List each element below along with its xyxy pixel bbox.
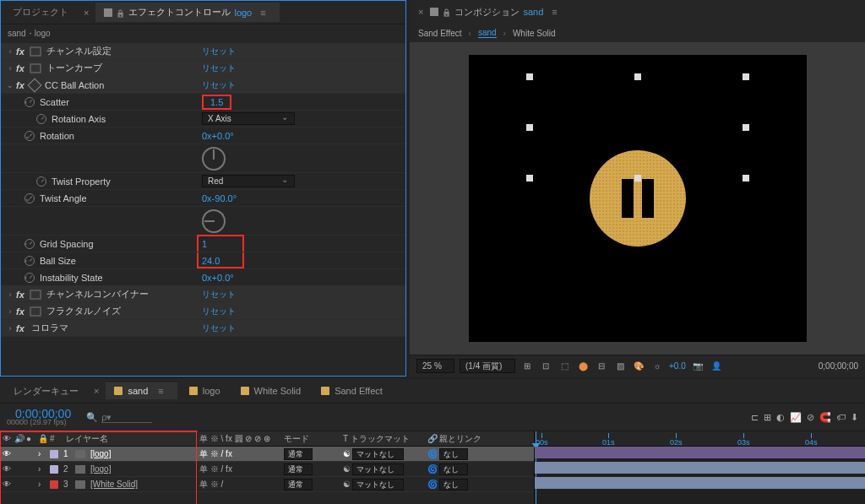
stopwatch-icon[interactable] xyxy=(24,193,35,203)
project-tab[interactable]: プロジェクト xyxy=(4,3,77,22)
twirl-icon[interactable]: › xyxy=(6,240,24,248)
guides-icon[interactable]: ⊡ xyxy=(539,360,552,373)
preset-icon[interactable] xyxy=(30,290,41,300)
layer-row-mid[interactable]: 单 ※ / fx 通常 ☯マットなし 🌀 なし xyxy=(197,447,534,462)
layer-name[interactable]: [logo] xyxy=(90,464,111,474)
preset-icon[interactable] xyxy=(30,46,41,57)
ball-size-value[interactable]: 24.0 xyxy=(202,256,220,266)
twirl-icon[interactable]: › xyxy=(35,464,47,474)
lock-icon[interactable] xyxy=(442,7,451,17)
transform-handle[interactable] xyxy=(743,175,749,182)
zoom-select[interactable]: 25 % xyxy=(416,359,454,373)
layer-row-mid[interactable]: 单 ※ / 通常 ☯マットなし 🌀 なし xyxy=(197,477,534,492)
layer-bar[interactable] xyxy=(535,462,865,474)
transform-handle[interactable] xyxy=(634,73,641,80)
breadcrumb-item[interactable]: Sand Effect xyxy=(418,29,462,38)
frame-blend-icon[interactable]: ⊞ xyxy=(764,412,771,423)
tab-close-icon[interactable]: × xyxy=(90,386,102,396)
layer-row[interactable]: 👁 › 1 [logo] xyxy=(0,447,196,462)
motion-blur-icon[interactable]: ◐ xyxy=(776,412,785,423)
stopwatch-icon[interactable] xyxy=(24,256,35,266)
stopwatch-icon[interactable] xyxy=(24,131,35,141)
blend-mode-select[interactable]: 通常 xyxy=(284,448,313,460)
effect-header-colorama[interactable]: ›fx コロラマ リセット xyxy=(1,320,405,337)
visibility-toggle[interactable]: 👁 xyxy=(0,480,12,489)
blend-mode-select[interactable]: 通常 xyxy=(284,479,313,490)
timeline-tracks[interactable]: 00s 01s 02s 03s 04s xyxy=(535,431,865,504)
mask-icon[interactable]: ⬚ xyxy=(558,360,571,373)
twirl-icon[interactable]: › xyxy=(6,324,14,333)
fx-icon[interactable]: fx xyxy=(14,290,26,300)
layer-switches[interactable]: 单 ※ / fx xyxy=(197,448,281,460)
stopwatch-icon[interactable] xyxy=(24,97,35,107)
reset-link[interactable]: リセット xyxy=(202,46,236,57)
rotation-axis-select[interactable]: X Axis xyxy=(202,112,295,125)
visibility-toggle[interactable]: 👁 xyxy=(0,464,12,474)
track-matte-select[interactable]: マットなし xyxy=(352,463,404,475)
fx-icon[interactable]: fx xyxy=(14,46,26,57)
roi-icon[interactable]: ⊟ xyxy=(595,360,608,373)
matte-icon[interactable]: ☯ xyxy=(343,449,351,458)
marker-icon[interactable]: ⬇ xyxy=(851,412,858,423)
layer-bar[interactable] xyxy=(535,447,865,458)
effect-controls-tab[interactable]: エフェクトコントロール logo ≡ xyxy=(95,3,279,22)
reset-link[interactable]: リセット xyxy=(202,62,236,74)
scatter-value[interactable]: 1.5 xyxy=(202,95,231,110)
visibility-toggle[interactable]: 👁 xyxy=(0,449,12,458)
show-snapshot-icon[interactable]: 👤 xyxy=(710,360,723,373)
reset-link[interactable]: リセット xyxy=(202,79,236,91)
layer-search[interactable]: 🔍 xyxy=(86,412,179,423)
fx-icon[interactable]: fx xyxy=(14,80,26,90)
instability-value[interactable]: 0x+0.0° xyxy=(202,273,234,283)
stopwatch-icon[interactable] xyxy=(36,114,46,124)
channel-icon[interactable]: ⬤ xyxy=(576,360,590,373)
timeline-tab-sand[interactable]: sand≡ xyxy=(106,382,177,399)
twirl-icon[interactable]: › xyxy=(6,257,24,265)
twirl-icon[interactable]: › xyxy=(6,290,14,299)
comp-canvas[interactable] xyxy=(469,55,807,342)
grid-spacing-value[interactable]: 1 xyxy=(202,239,207,249)
twist-angle-dial[interactable] xyxy=(202,209,226,233)
twist-property-select[interactable]: Red xyxy=(202,175,295,187)
render-queue-tab[interactable]: レンダーキュー xyxy=(5,382,87,401)
draft-icon[interactable]: ⊘ xyxy=(807,412,814,423)
twirl-icon[interactable]: ⌄ xyxy=(6,194,24,203)
pickwhip-icon[interactable]: 🌀 xyxy=(425,464,437,474)
transform-handle[interactable] xyxy=(634,175,641,182)
track-matte-select[interactable]: マットなし xyxy=(352,448,404,460)
fx-icon[interactable]: fx xyxy=(14,63,26,73)
twirl-icon[interactable]: › xyxy=(6,274,24,282)
tag-icon[interactable]: 🏷 xyxy=(836,412,846,423)
rotation-value[interactable]: 0x+0.0° xyxy=(202,131,234,141)
layer-row[interactable]: 👁 › 3 [White Solid] xyxy=(0,477,196,492)
transform-handle[interactable] xyxy=(526,73,533,80)
color-icon[interactable]: 🎨 xyxy=(632,360,645,373)
layer-row[interactable]: 👁 › 2 [logo] xyxy=(0,462,196,477)
rotation-dial[interactable] xyxy=(202,147,226,171)
composition-viewer[interactable] xyxy=(410,42,865,355)
fx-icon[interactable]: fx xyxy=(14,306,26,317)
effect-header-fractal-noise[interactable]: ›fx フラクタルノイズ リセット xyxy=(1,303,405,320)
preset-icon[interactable] xyxy=(30,63,41,73)
panel-menu-icon[interactable]: ≡ xyxy=(547,7,562,17)
twirl-icon[interactable]: › xyxy=(35,480,47,489)
parent-select[interactable]: なし xyxy=(439,448,468,460)
transform-handle[interactable] xyxy=(743,73,749,80)
parent-select[interactable]: なし xyxy=(439,479,468,490)
exposure-value[interactable]: +0.0 xyxy=(669,361,686,371)
shy-icon[interactable]: ⊏ xyxy=(751,412,759,423)
matte-icon[interactable]: ☯ xyxy=(343,464,351,474)
time-ruler[interactable]: 00s 01s 02s 03s 04s xyxy=(535,431,865,447)
layer-switches[interactable]: 单 ※ / fx xyxy=(197,463,281,475)
panel-menu-icon[interactable]: ≡ xyxy=(153,386,168,396)
transform-handle[interactable] xyxy=(526,175,533,182)
snap-icon[interactable]: 🧲 xyxy=(819,412,831,423)
stopwatch-icon[interactable] xyxy=(24,273,35,283)
layer-color-swatch[interactable] xyxy=(50,480,58,489)
twirl-icon[interactable]: › xyxy=(6,98,24,106)
fx-icon[interactable]: fx xyxy=(14,323,26,333)
effect-header-channel-settings[interactable]: › fx チャンネル設定 リセット xyxy=(1,43,405,60)
twirl-icon[interactable]: › xyxy=(6,64,14,73)
timeline-tab-white-solid[interactable]: White Solid xyxy=(232,382,310,399)
layer-bar[interactable] xyxy=(535,477,865,489)
